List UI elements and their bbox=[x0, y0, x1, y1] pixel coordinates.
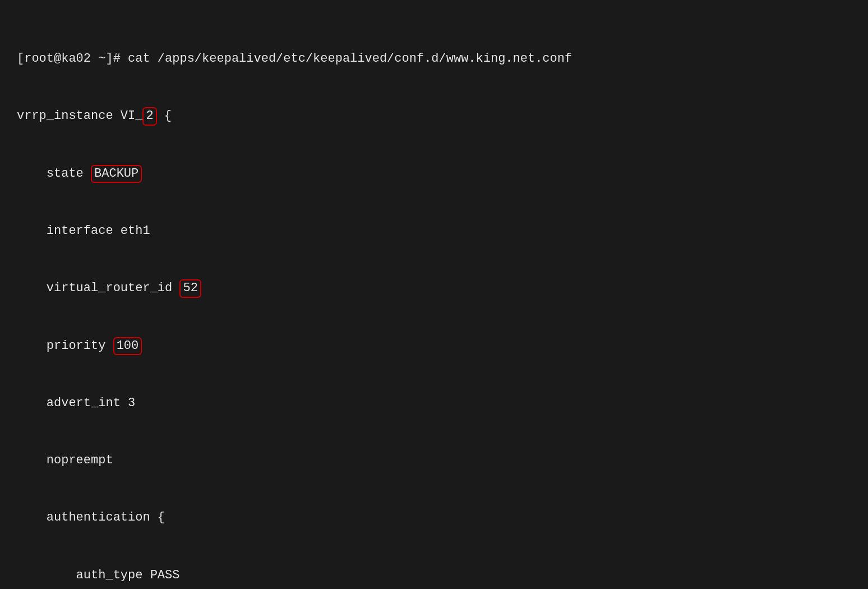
line-auth-type: auth_type PASS bbox=[17, 566, 851, 585]
line-priority: priority 100 bbox=[17, 337, 851, 356]
line-advert-int: advert_int 3 bbox=[17, 394, 851, 413]
line-authentication: authentication { bbox=[17, 508, 851, 527]
highlight-priority: 100 bbox=[113, 337, 142, 356]
terminal: [root@ka02 ~]# cat /apps/keepalived/etc/… bbox=[17, 11, 851, 589]
line-interface: interface eth1 bbox=[17, 222, 851, 241]
highlight-vrrp-num: 2 bbox=[142, 107, 156, 126]
highlight-state-backup: BACKUP bbox=[91, 165, 142, 183]
line-nopreempt: nopreempt bbox=[17, 451, 851, 470]
line-state: state BACKUP bbox=[17, 164, 851, 183]
line-vrrp-instance: vrrp_instance VI_2 { bbox=[17, 107, 851, 126]
highlight-router-id: 52 bbox=[179, 279, 201, 298]
command-line: [root@ka02 ~]# cat /apps/keepalived/etc/… bbox=[17, 49, 851, 68]
line-virtual-router-id: virtual_router_id 52 bbox=[17, 279, 851, 298]
prompt1: [root@ka02 ~]# bbox=[17, 52, 128, 66]
command-text: cat /apps/keepalived/etc/keepalived/conf… bbox=[128, 52, 572, 66]
